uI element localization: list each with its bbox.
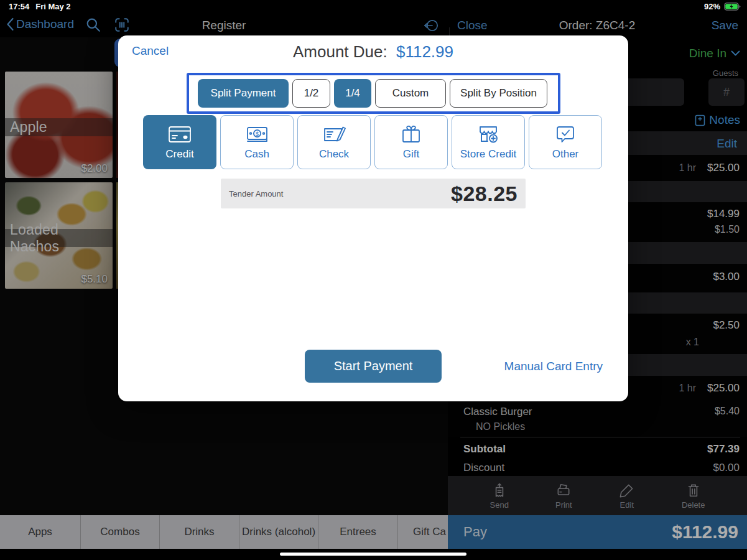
- pos-app-screen: 17:54 Fri May 2 92% Dashboard: [0, 0, 747, 560]
- bubble-check-icon: [552, 124, 579, 145]
- amount-due-label: Amount Due:: [293, 42, 387, 61]
- method-check-button[interactable]: Check: [297, 115, 371, 169]
- cash-icon: $: [243, 124, 271, 145]
- method-label: Store Credit: [460, 148, 517, 161]
- method-label: Other: [552, 148, 579, 161]
- gift-icon: [397, 124, 425, 145]
- svg-text:$: $: [256, 131, 259, 137]
- method-gift-button[interactable]: Gift: [374, 115, 448, 169]
- battery-charging-icon: [724, 2, 741, 11]
- battery-percent: 92%: [704, 2, 720, 11]
- start-payment-button[interactable]: Start Payment: [305, 350, 442, 383]
- amount-due-title: Amount Due: $112.99: [118, 42, 628, 62]
- amount-due-value: $112.99: [396, 42, 453, 61]
- storefront-plus-icon: [475, 124, 502, 145]
- status-time: 17:54: [9, 2, 29, 11]
- split-half-button[interactable]: 1/2: [292, 79, 330, 108]
- method-label: Cash: [244, 148, 269, 161]
- tender-amount-label: Tender Amount: [229, 189, 283, 198]
- check-pen-icon: [320, 124, 348, 145]
- split-options-group: Split Payment 1/2 1/4 Custom Split By Po…: [187, 73, 560, 114]
- payment-methods-row: Credit $ Cash Check: [143, 115, 603, 169]
- status-bar: 17:54 Fri May 2 92%: [0, 0, 747, 12]
- method-store-credit-button[interactable]: Store Credit: [452, 115, 525, 169]
- method-label: Check: [319, 148, 349, 161]
- split-payment-button[interactable]: Split Payment: [198, 79, 289, 108]
- method-label: Gift: [403, 148, 419, 161]
- tender-amount-value: $28.25: [451, 182, 517, 206]
- payment-modal: Cancel Amount Due: $112.99 Split Payment…: [118, 35, 628, 401]
- method-other-button[interactable]: Other: [529, 115, 602, 169]
- home-indicator[interactable]: [280, 553, 466, 556]
- credit-card-icon: [166, 124, 193, 145]
- method-label: Credit: [165, 148, 193, 161]
- split-quarter-button[interactable]: 1/4: [334, 79, 371, 108]
- manual-card-entry-link[interactable]: Manual Card Entry: [504, 360, 603, 373]
- method-cash-button[interactable]: $ Cash: [220, 115, 294, 169]
- split-by-position-button[interactable]: Split By Position: [450, 79, 547, 108]
- tender-amount-field[interactable]: Tender Amount $28.25: [221, 179, 526, 208]
- split-custom-button[interactable]: Custom: [375, 79, 446, 108]
- status-date: Fri May 2: [35, 2, 70, 11]
- method-credit-button[interactable]: Credit: [143, 115, 216, 169]
